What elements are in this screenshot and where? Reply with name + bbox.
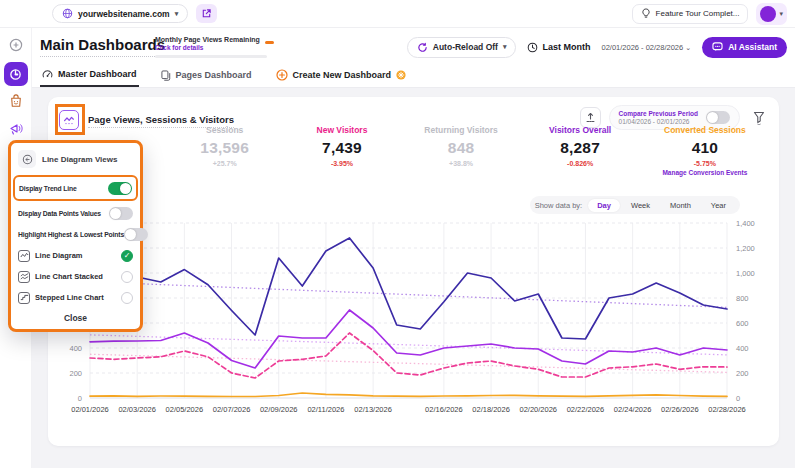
segment-year[interactable]: Year (702, 199, 735, 212)
toggle-row-display-data-points: Display Data Points Values (18, 204, 133, 222)
metric-label: Returning Visitors (424, 125, 498, 135)
option-label: Line Diagram (35, 251, 116, 260)
metric-new-visitors: New Visitors 7,439 -3.95% (307, 125, 377, 176)
header-controls: Auto-Reload Off ▾ Last Month 02/01/2026 … (407, 36, 787, 58)
toggle-label: Display Trend Line (19, 185, 77, 192)
lightbulb-icon (641, 8, 651, 19)
radio-line-diagram[interactable]: ✓ (121, 250, 133, 262)
line-chart: 02/01/202602/03/202602/05/202602/07/2026… (48, 215, 779, 430)
display-data-points-toggle[interactable] (109, 207, 133, 220)
topbar: yourwebsitename.com ▾ Feature Tour Compl… (0, 0, 795, 28)
stepped-line-icon (18, 292, 30, 304)
svg-text:02/28/2026: 02/28/2026 (708, 405, 746, 414)
tab-label: Create New Dashboard (293, 70, 392, 80)
tab-create-new-dashboard[interactable]: Create New Dashboard (274, 63, 409, 87)
site-name: yourwebsitename.com (78, 9, 170, 19)
segment-day[interactable]: Day (588, 199, 620, 212)
auto-reload-select[interactable]: Auto-Reload Off ▾ (407, 37, 517, 58)
svg-text:0: 0 (736, 394, 740, 403)
open-site-button[interactable] (196, 4, 217, 23)
site-selector[interactable]: yourwebsitename.com ▾ (52, 4, 188, 23)
segment-month[interactable]: Month (661, 199, 700, 212)
period-label[interactable]: Last Month (527, 42, 590, 53)
sidebar-item-dashboards[interactable] (4, 62, 28, 86)
display-trend-line-toggle[interactable] (108, 182, 132, 195)
svg-text:200: 200 (69, 369, 82, 378)
metric-delta: -0.826% (545, 160, 615, 167)
app-window: yourwebsitename.com ▾ Feature Tour Compl… (0, 0, 795, 468)
clock-icon (527, 42, 538, 53)
main-content: Page Views, Sessions & Visitors Compare … (32, 88, 795, 468)
option-stepped-line-chart[interactable]: Stepped Line Chart (18, 288, 133, 307)
highlight-points-toggle[interactable] (124, 228, 148, 241)
refresh-icon (417, 42, 428, 53)
option-label: Line Chart Stacked (35, 272, 116, 281)
toggle-row-highlight-points: Highlight Highest & Lowest Points (18, 225, 133, 243)
plus-circle-icon (276, 69, 288, 81)
option-label: Stepped Line Chart (35, 293, 116, 302)
metric-converted-sessions: Converted Sessions 410 -5.75% Manage Con… (662, 125, 747, 176)
sidebar-item-announcements[interactable] (9, 122, 23, 135)
shopping-bag-icon (9, 94, 22, 108)
external-link-icon (201, 8, 212, 19)
monthly-details-link[interactable]: Click for details (155, 44, 273, 51)
pages-icon (161, 70, 171, 81)
metric-value: 8,287 (545, 139, 615, 157)
metric-delta: -5.75% (662, 160, 747, 167)
option-line-chart-stacked[interactable]: Line Chart Stacked (18, 267, 133, 286)
chevron-down-icon: ⌄ (685, 44, 691, 51)
popover-title: Line Diagram Views (42, 155, 117, 164)
metric-delta: -3.95% (307, 160, 377, 167)
radio-stepped-line-chart[interactable] (121, 292, 133, 304)
dashboard-icon (9, 68, 22, 81)
manage-conversion-events-link[interactable]: Manage Conversion Events (662, 169, 747, 176)
globe-icon (62, 8, 73, 19)
monthly-usage-indicator (265, 41, 274, 44)
feature-tour-label: Feature Tour Complet... (656, 9, 740, 18)
ai-assistant-label: AI Assistant (728, 42, 777, 52)
svg-text:400: 400 (69, 344, 82, 353)
metric-value: 13,596 (190, 139, 260, 157)
svg-text:02/01/2026: 02/01/2026 (71, 405, 109, 414)
option-line-diagram[interactable]: Line Diagram ✓ (18, 246, 133, 265)
line-diagram-views-popover: Line Diagram Views Display Trend Line Di… (8, 140, 143, 332)
tab-master-dashboard[interactable]: Master Dashboard (40, 63, 139, 87)
metric-label: Converted Sessions (662, 125, 747, 135)
monthly-page-views: Monthly Page Views Remaining Click for d… (155, 36, 273, 58)
chevron-down-icon: ▾ (779, 10, 783, 18)
sidebar-item-store[interactable] (9, 94, 22, 108)
user-menu[interactable]: ▾ (756, 3, 787, 25)
tab-pages-dashboard[interactable]: Pages Dashboard (159, 63, 254, 87)
svg-text:02/16/2026: 02/16/2026 (425, 405, 463, 414)
close-button[interactable]: Close (18, 313, 133, 323)
date-range-text: 02/01/2026 - 02/28/2026 (601, 43, 683, 52)
metric-label: New Visitors (307, 125, 377, 135)
megaphone-icon (9, 122, 23, 135)
date-range-select[interactable]: 02/01/2026 - 02/28/2026 ⌄ (601, 43, 691, 52)
feature-tour-button[interactable]: Feature Tour Complet... (632, 4, 749, 24)
avatar (760, 6, 776, 22)
compare-toggle[interactable] (706, 111, 730, 124)
page-title: Main Dashboards (40, 36, 165, 57)
metric-label: Sessions (190, 125, 260, 135)
ai-assistant-button[interactable]: AI Assistant (702, 37, 787, 58)
svg-text:02/03/2026: 02/03/2026 (118, 405, 156, 414)
chevron-down-icon: ▾ (175, 10, 179, 18)
toggle-label: Display Data Points Values (18, 210, 101, 217)
sidebar-item-add[interactable] (9, 38, 23, 52)
metric-label: Visitors Overall (545, 125, 615, 135)
segment-week[interactable]: Week (622, 199, 659, 212)
chart-settings-button[interactable] (59, 110, 79, 130)
svg-text:02/05/2026: 02/05/2026 (166, 405, 204, 414)
page-header: Main Dashboards Monthly Page Views Remai… (32, 28, 795, 88)
tab-label: Master Dashboard (58, 69, 137, 79)
monthly-usage-bar (155, 55, 267, 58)
svg-text:02/22/2026: 02/22/2026 (567, 405, 605, 414)
metrics-row: Sessions 13,596 +25.7% New Visitors 7,43… (166, 125, 771, 176)
svg-text:02/24/2026: 02/24/2026 (614, 405, 652, 414)
svg-text:02/13/2026: 02/13/2026 (354, 405, 392, 414)
auto-reload-label: Auto-Reload Off (433, 42, 498, 52)
metric-delta: +25.7% (190, 160, 260, 167)
line-chart-icon (63, 114, 75, 126)
radio-line-chart-stacked[interactable] (121, 271, 133, 283)
